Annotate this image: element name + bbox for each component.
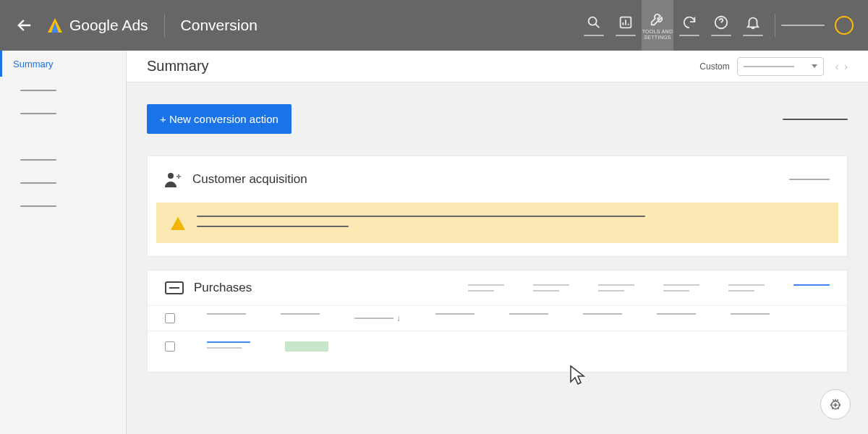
- sidebar-item-placeholder[interactable]: [20, 90, 113, 100]
- stat-column: [468, 284, 504, 292]
- column-header[interactable]: [731, 313, 770, 315]
- status-pill: [285, 341, 328, 352]
- brand-name: Google Ads: [69, 17, 148, 34]
- help-icon[interactable]: [705, 0, 737, 51]
- sidebar-item-placeholder[interactable]: [20, 182, 113, 192]
- customer-acquisition-title: Customer acquisition: [192, 172, 307, 187]
- stat-column: [728, 284, 765, 292]
- date-range-select[interactable]: [737, 57, 824, 76]
- table-row[interactable]: [148, 331, 847, 372]
- column-header[interactable]: [583, 313, 622, 315]
- account-avatar[interactable]: [835, 16, 854, 35]
- chevron-down-icon: [812, 64, 817, 68]
- stat-column: [663, 284, 699, 292]
- svg-point-3: [168, 173, 174, 179]
- page-header: Summary Custom ‹ ›: [127, 51, 868, 82]
- header-section-title: Conversion: [181, 17, 258, 34]
- date-nav: ‹ ›: [835, 61, 848, 72]
- purchases-card: Purchases ↓: [147, 270, 848, 373]
- row-checkbox[interactable]: [165, 341, 175, 352]
- toolbar-placeholder: [783, 119, 848, 120]
- notifications-icon[interactable]: [737, 0, 769, 51]
- sidebar-item-placeholder[interactable]: [20, 205, 113, 216]
- reports-icon[interactable]: [610, 0, 642, 51]
- column-header[interactable]: [207, 313, 246, 315]
- brand-logo: Google Ads: [48, 17, 148, 34]
- next-period-button[interactable]: ›: [844, 61, 848, 72]
- sidebar: Summary: [0, 51, 127, 434]
- header-separator: [775, 14, 775, 37]
- account-placeholder[interactable]: [781, 25, 825, 26]
- search-icon[interactable]: [578, 0, 610, 51]
- tools-settings-icon[interactable]: TOOLS AND SETTINGS: [642, 0, 673, 51]
- person-add-icon: [165, 171, 182, 187]
- tools-label: TOOLS AND SETTINGS: [642, 29, 673, 40]
- prev-period-button[interactable]: ‹: [835, 61, 839, 72]
- header-divider: [164, 14, 165, 37]
- bug-icon: [827, 396, 843, 412]
- back-button[interactable]: [14, 15, 35, 35]
- alert-text-line: [197, 226, 349, 227]
- customer-acquisition-card: Customer acquisition: [147, 156, 848, 257]
- app-header: Google Ads Conversion TOOLS AND SETTINGS: [0, 0, 868, 51]
- stat-column-link[interactable]: [793, 284, 830, 292]
- google-ads-logo-icon: [48, 18, 62, 33]
- warning-icon: [171, 217, 185, 230]
- card-action-placeholder[interactable]: [789, 179, 830, 180]
- sidebar-item-placeholder[interactable]: [20, 159, 113, 169]
- column-header[interactable]: [435, 313, 475, 315]
- svg-point-0: [589, 17, 597, 25]
- main-content: Summary Custom ‹ › + New conversion acti…: [127, 51, 868, 434]
- column-header[interactable]: [509, 313, 548, 315]
- refresh-icon[interactable]: [673, 0, 705, 51]
- warning-alert: [156, 203, 838, 243]
- purchases-title: Purchases: [194, 281, 252, 295]
- stat-column: [533, 284, 569, 292]
- sidebar-item-summary[interactable]: Summary: [0, 51, 126, 77]
- alert-text-line: [197, 216, 645, 217]
- new-conversion-action-button[interactable]: + New conversion action: [147, 104, 292, 134]
- stat-column: [598, 284, 634, 292]
- feedback-bug-button[interactable]: [820, 389, 851, 420]
- credit-card-icon: [165, 281, 184, 294]
- cell-link[interactable]: [207, 341, 250, 343]
- select-all-checkbox[interactable]: [165, 313, 175, 323]
- sidebar-item-placeholder[interactable]: [20, 113, 113, 123]
- cell-text: [207, 347, 242, 349]
- date-range-label: Custom: [699, 61, 729, 72]
- column-header[interactable]: [657, 313, 696, 315]
- table-header: ↓: [148, 306, 847, 331]
- column-header[interactable]: [281, 313, 320, 315]
- page-title: Summary: [147, 58, 209, 75]
- sort-arrow-icon: ↓: [396, 313, 401, 323]
- column-header-sorted[interactable]: [354, 318, 393, 319]
